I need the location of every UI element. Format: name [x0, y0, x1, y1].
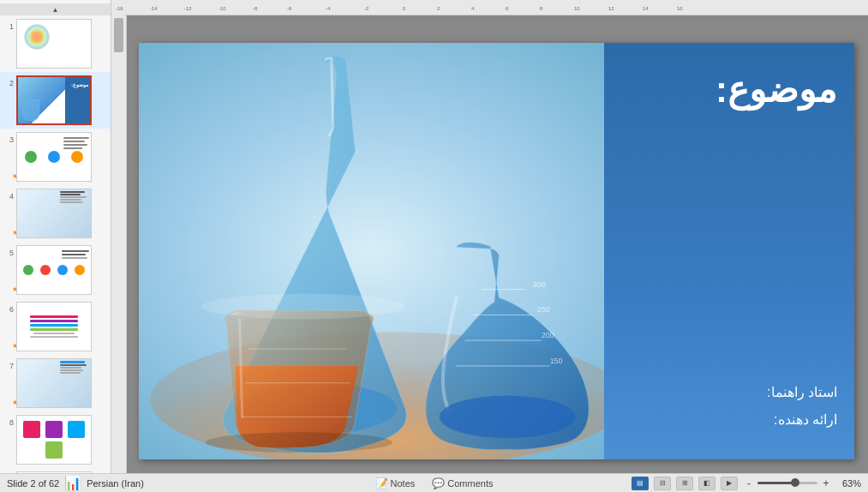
- svg-text:10: 10: [574, 6, 580, 11]
- view-slideshow-button[interactable]: ▶: [721, 477, 738, 490]
- zoom-slider-track[interactable]: [757, 482, 817, 484]
- thumb3-bg: [17, 133, 91, 181]
- view-outline-button[interactable]: ⊟: [654, 477, 671, 490]
- svg-point-32: [440, 396, 576, 439]
- thumb1-bg: [17, 20, 91, 68]
- slide-number-8: 8: [2, 418, 14, 427]
- panel-scroll-up[interactable]: ▲: [0, 3, 111, 15]
- thumb-image-5: [16, 245, 92, 295]
- presentation-icon[interactable]: 📊: [64, 475, 81, 491]
- slide-number-7: 7: [2, 362, 14, 370]
- thumb4-bg: [17, 189, 91, 237]
- notes-icon: 📝: [375, 477, 388, 489]
- slide-instructor-label: استاد راهنما: ارائه دهنده:: [767, 379, 837, 434]
- thumb2-text: موضوع:: [71, 81, 88, 87]
- status-right: ▤ ⊟ ⊞ ◧ ▶ - + 63%: [632, 477, 861, 490]
- svg-text:-16: -16: [116, 6, 123, 11]
- slide-thumb-1[interactable]: 1: [0, 15, 111, 72]
- status-bar: Slide 2 of 62 📊 Persian (Iran) 📝 Notes 💬…: [0, 473, 868, 492]
- zoom-slider-fill: [757, 482, 795, 484]
- slide-info-panel: موضوع: استاد راهنما: ارائه دهنده:: [604, 43, 854, 459]
- svg-text:12: 12: [608, 6, 614, 11]
- slide-title-area: موضوع:: [715, 69, 837, 111]
- thumb3-circle-orange: [71, 151, 83, 163]
- scroll-track[interactable]: [112, 14, 125, 459]
- status-center: 📝 Notes 💬 Comments: [372, 477, 497, 490]
- svg-text:-10: -10: [218, 6, 226, 11]
- canvas-area: -16 -14 -12 -10 -8 -6 -4 -2 0 2 4 6 8 10…: [111, 0, 868, 473]
- view-reading-button[interactable]: ◧: [698, 477, 715, 490]
- comments-button[interactable]: 💬 Comments: [428, 477, 496, 490]
- zoom-level-text: 63%: [837, 478, 861, 489]
- zoom-plus-button[interactable]: +: [820, 477, 832, 489]
- thumb-image-7: [16, 358, 92, 408]
- thumb-image-1: [16, 19, 92, 69]
- thumb-image-8: [16, 415, 92, 465]
- thumb1-flower: [24, 24, 50, 50]
- svg-text:-8: -8: [253, 6, 258, 11]
- slide-thumb-6[interactable]: 6 ★: [0, 298, 111, 355]
- svg-text:-6: -6: [287, 6, 292, 11]
- svg-text:300: 300: [533, 280, 546, 289]
- zoom-slider-thumb[interactable]: [791, 478, 799, 487]
- slide-info-text: Slide 2 of 62: [7, 478, 59, 489]
- thumb-image-4: [16, 189, 92, 238]
- slide-thumb-7[interactable]: 7 ★: [0, 355, 111, 411]
- slide-main: 300 250 200 150: [139, 43, 854, 459]
- chemistry-svg: 300 250 200 150: [139, 43, 604, 459]
- thumb-image-9: PPP: [16, 471, 92, 473]
- thumb3-lines: [63, 137, 89, 149]
- thumb3-circle-blue: [48, 151, 60, 163]
- svg-point-44: [201, 294, 405, 320]
- status-left: Slide 2 of 62 📊 Persian (Iran): [7, 475, 144, 491]
- slide-thumb-9[interactable]: 9 PPP: [0, 468, 111, 473]
- slide-thumb-2[interactable]: 2 موضوع:: [0, 72, 111, 129]
- main-area: ▲ 1 2 موضوع: 3 ★: [0, 0, 868, 473]
- comments-icon: 💬: [432, 477, 445, 489]
- svg-text:-14: -14: [150, 6, 158, 11]
- top-ruler-svg: -16 -14 -12 -10 -8 -6 -4 -2 0 2 4 6 8 10…: [111, 0, 868, 15]
- svg-text:150: 150: [550, 357, 563, 365]
- top-ruler: -16 -14 -12 -10 -8 -6 -4 -2 0 2 4 6 8 10…: [111, 0, 868, 15]
- slide-thumb-5[interactable]: 5 ★: [0, 242, 111, 298]
- svg-text:250: 250: [537, 305, 550, 314]
- slide-thumb-8[interactable]: 8: [0, 411, 111, 468]
- slide-number-4: 4: [2, 192, 14, 201]
- thumb6-bg: [17, 303, 91, 351]
- slide-footer-area: استاد راهنما: ارائه دهنده:: [767, 379, 837, 434]
- slide-title: موضوع:: [715, 69, 837, 111]
- slide-panel[interactable]: ▲ 1 2 موضوع: 3 ★: [0, 0, 111, 473]
- vertical-scrollbar[interactable]: ▲ ▼: [111, 0, 125, 473]
- thumb5-bg: [17, 246, 91, 294]
- slide-chemistry-image: 300 250 200 150: [139, 43, 604, 459]
- view-sorter-button[interactable]: ⊞: [676, 477, 693, 490]
- thumb-image-6: [16, 302, 92, 351]
- notes-button[interactable]: 📝 Notes: [372, 477, 419, 490]
- svg-text:-12: -12: [184, 6, 192, 11]
- language-text: Persian (Iran): [87, 478, 144, 489]
- thumb2-flask: [22, 99, 39, 121]
- slide-number-2: 2: [2, 79, 14, 87]
- thumb2-bg: موضوع:: [18, 77, 90, 123]
- thumb-image-2: موضوع:: [16, 75, 92, 125]
- svg-text:16: 16: [677, 6, 683, 11]
- thumb8-bg: [17, 416, 91, 464]
- slide-number-6: 6: [2, 305, 14, 314]
- view-normal-button[interactable]: ▤: [632, 477, 649, 490]
- slide-number-1: 1: [2, 22, 14, 31]
- zoom-controls: - +: [743, 477, 832, 489]
- thumb3-circle-green: [25, 151, 37, 163]
- slide-thumb-4[interactable]: 4 ★: [0, 185, 111, 242]
- slide-thumb-3[interactable]: 3 ★: [0, 129, 111, 185]
- scroll-thumb[interactable]: [114, 18, 123, 52]
- zoom-minus-button[interactable]: -: [743, 477, 755, 489]
- slide-number-3: 3: [2, 135, 14, 144]
- thumb-image-3: [16, 132, 92, 182]
- svg-text:-2: -2: [364, 6, 369, 11]
- svg-text:-4: -4: [326, 6, 331, 11]
- slide-number-5: 5: [2, 249, 14, 257]
- svg-text:14: 14: [643, 6, 649, 11]
- svg-point-45: [206, 432, 392, 453]
- thumb7-bg: [17, 359, 91, 407]
- thumb9-bg: PPP: [17, 472, 91, 473]
